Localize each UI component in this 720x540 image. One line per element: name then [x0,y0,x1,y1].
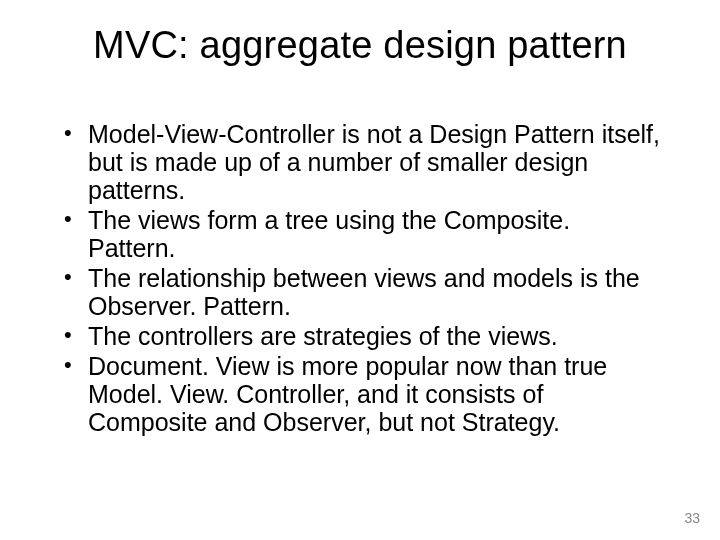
slide-title: MVC: aggregate design pattern [0,24,720,67]
list-item: The controllers are strategies of the vi… [60,322,664,350]
list-item: Model-View-Controller is not a Design Pa… [60,120,664,204]
list-item: The relationship between views and model… [60,264,664,320]
slide: MVC: aggregate design pattern Model-View… [0,0,720,540]
list-item: Document. View is more popular now than … [60,352,664,436]
bullet-list: Model-View-Controller is not a Design Pa… [60,120,664,436]
slide-body: Model-View-Controller is not a Design Pa… [60,120,664,438]
page-number: 33 [684,510,700,526]
list-item: The views form a tree using the Composit… [60,206,664,262]
